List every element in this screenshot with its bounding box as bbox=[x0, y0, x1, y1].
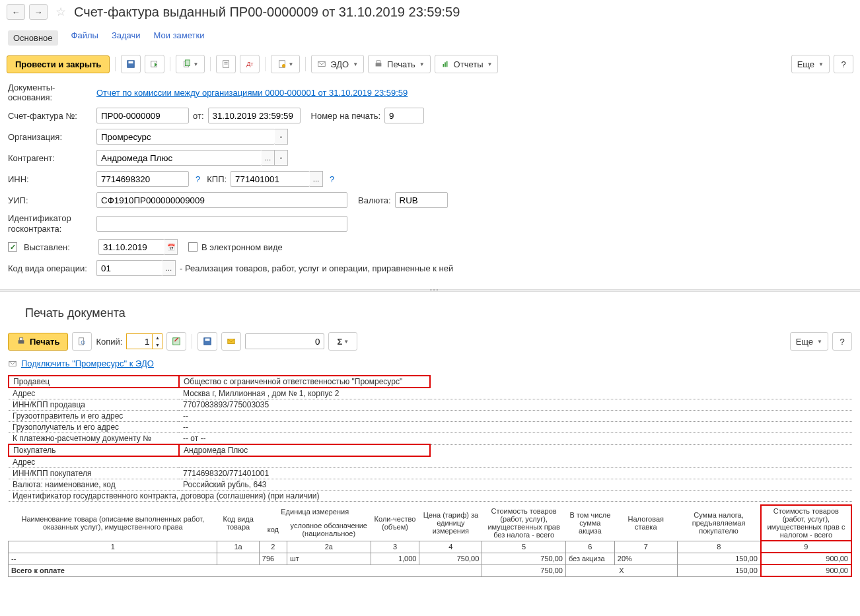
tab-main[interactable]: Основное bbox=[8, 30, 58, 46]
contractor-select-button[interactable]: ▫ bbox=[275, 150, 288, 166]
nav-back-button[interactable]: ← bbox=[7, 4, 25, 20]
help-button[interactable]: ? bbox=[834, 55, 853, 73]
issued-date-input[interactable] bbox=[98, 239, 164, 255]
more-dropdown[interactable]: Еще▼ bbox=[791, 55, 830, 73]
post-button[interactable] bbox=[145, 55, 164, 73]
buyer-inn-label: ИНН/КПП покупателя bbox=[9, 468, 179, 479]
op-code-input[interactable] bbox=[96, 260, 162, 276]
print-dropdown[interactable]: Печать▼ bbox=[368, 55, 431, 73]
org-select-button[interactable]: ▫ bbox=[275, 129, 288, 145]
buyer-inn-value: 7714698320/771401001 bbox=[179, 468, 852, 479]
svg-rect-17 bbox=[19, 338, 22, 341]
buyer-addr-label: Адрес bbox=[9, 456, 179, 468]
contract-id-input[interactable] bbox=[96, 216, 347, 232]
sigma-dropdown[interactable]: Σ▼ bbox=[328, 332, 357, 351]
contractor-dots-button[interactable]: … bbox=[262, 150, 275, 166]
svg-rect-13 bbox=[443, 64, 444, 67]
preview-button[interactable] bbox=[72, 332, 92, 351]
dtkt-button[interactable]: Дт bbox=[240, 55, 260, 73]
kpp-label: КПП: bbox=[207, 174, 227, 184]
svg-rect-18 bbox=[79, 338, 84, 345]
seller-label: Продавец bbox=[9, 376, 179, 388]
th-price: Цена (тариф) за единицу измерения bbox=[419, 505, 482, 541]
th-sum-wo: Стоимость товаров (работ, услуг), имущес… bbox=[482, 505, 566, 541]
basis-link[interactable]: Отчет по комиссии между организациями 00… bbox=[96, 88, 408, 98]
th-total: Стоимость товаров (работ, услуг), имущес… bbox=[761, 505, 851, 541]
sum-input[interactable] bbox=[245, 333, 324, 349]
svg-rect-14 bbox=[445, 62, 446, 67]
favorite-star-icon[interactable]: ☆ bbox=[55, 5, 66, 19]
tab-tasks[interactable]: Задачи bbox=[112, 30, 141, 46]
uip-input[interactable] bbox=[96, 192, 347, 208]
inn-help-icon[interactable]: ? bbox=[196, 174, 200, 184]
copy-dropdown[interactable]: ▼ bbox=[176, 55, 205, 73]
post-close-button[interactable]: Провести и закрыть bbox=[7, 55, 110, 73]
kpp-help-icon[interactable]: ? bbox=[330, 174, 334, 184]
print-num-input[interactable] bbox=[384, 108, 424, 123]
tab-files[interactable]: Файлы bbox=[71, 30, 98, 46]
svg-rect-22 bbox=[205, 339, 210, 341]
buyer-label: Покупатель bbox=[9, 444, 179, 456]
consignee-label: Грузополучатель и его адрес bbox=[9, 422, 179, 433]
shipper-label: Грузоотправитель и его адрес bbox=[9, 411, 179, 422]
buyer-addr-value bbox=[179, 456, 852, 468]
invoice-date-input[interactable] bbox=[208, 108, 301, 123]
contractor-input[interactable] bbox=[96, 150, 262, 166]
edo-connect-link[interactable]: Подключить "Промресурс" к ЭДО bbox=[21, 359, 154, 368]
save-print-button[interactable] bbox=[197, 332, 217, 351]
table-row: -- 796 шт 1,000 750,00 750,00 без акциза… bbox=[9, 553, 852, 565]
op-code-label: Код вида операции: bbox=[8, 263, 92, 273]
reports-dropdown[interactable]: Отчеты▼ bbox=[435, 55, 499, 73]
th-code: Код вида товара bbox=[217, 505, 259, 541]
svg-rect-15 bbox=[446, 61, 447, 67]
th-unit-code: код bbox=[259, 518, 287, 541]
svg-rect-16 bbox=[18, 340, 24, 343]
total-label: Всего к оплате bbox=[9, 565, 482, 576]
edit-template-button[interactable] bbox=[166, 332, 186, 351]
attach-dropdown[interactable]: ▼ bbox=[271, 55, 300, 73]
electronic-label: В электронном виде bbox=[201, 242, 283, 252]
inn-input[interactable] bbox=[96, 171, 189, 187]
th-unit-name: условное обозначение (национальное) bbox=[287, 518, 371, 541]
th-unit: Единица измерения bbox=[259, 505, 371, 518]
tab-notes[interactable]: Мои заметки bbox=[154, 30, 205, 46]
save-button[interactable] bbox=[121, 55, 141, 73]
buyer-value: Андромеда Плюс bbox=[179, 444, 430, 456]
th-qty: Коли-чество (объем) bbox=[371, 505, 419, 541]
svg-point-9 bbox=[282, 64, 285, 67]
op-code-dots-button[interactable]: … bbox=[162, 260, 176, 276]
svg-rect-1 bbox=[129, 61, 133, 64]
doc-button[interactable] bbox=[216, 55, 236, 73]
seller-inn-label: ИНН/КПП продавца bbox=[9, 399, 179, 411]
electronic-checkbox[interactable] bbox=[188, 242, 197, 252]
from-label: от: bbox=[193, 111, 204, 121]
org-input[interactable] bbox=[96, 129, 275, 145]
consignee-value: -- bbox=[179, 422, 852, 433]
doc-currency-label: Валюта: наименование, код bbox=[9, 479, 179, 491]
copies-spinner[interactable]: ▲▼ bbox=[126, 333, 162, 349]
contract-label: Идентификатор государственного контракта… bbox=[9, 491, 852, 502]
th-name: Наименование товара (описание выполненны… bbox=[9, 505, 217, 541]
print-help-button[interactable]: ? bbox=[832, 332, 852, 351]
svg-rect-12 bbox=[376, 61, 380, 63]
email-button[interactable] bbox=[221, 332, 241, 351]
currency-input[interactable] bbox=[395, 192, 448, 208]
contract-id-label: Идентификатор госконтракта: bbox=[8, 213, 92, 234]
nav-forward-button[interactable]: → bbox=[29, 4, 48, 20]
address-value: Москва г, Миллионная , дом № 1, корпус 2 bbox=[179, 388, 852, 399]
kpp-input[interactable] bbox=[231, 171, 310, 187]
edo-dropdown[interactable]: ЭДО▼ bbox=[311, 55, 364, 73]
op-desc: - Реализация товаров, работ, услуг и опе… bbox=[180, 263, 453, 273]
print-button[interactable]: Печать bbox=[8, 333, 68, 351]
splitter[interactable] bbox=[0, 289, 860, 292]
uip-label: УИП: bbox=[8, 195, 92, 205]
kpp-dots-button[interactable]: … bbox=[310, 171, 323, 187]
print-more-dropdown[interactable]: Еще▼ bbox=[790, 332, 828, 351]
payment-value: -- от -- bbox=[179, 433, 852, 445]
invoice-num-input[interactable] bbox=[96, 108, 189, 123]
issued-checkbox[interactable] bbox=[8, 242, 17, 252]
payment-label: К платежно-расчетному документу № bbox=[9, 433, 179, 445]
svg-rect-11 bbox=[376, 63, 382, 66]
issued-date-calendar-button[interactable]: 📅 bbox=[164, 239, 178, 255]
seller-value: Общество с ограниченной ответственностью… bbox=[179, 376, 430, 388]
